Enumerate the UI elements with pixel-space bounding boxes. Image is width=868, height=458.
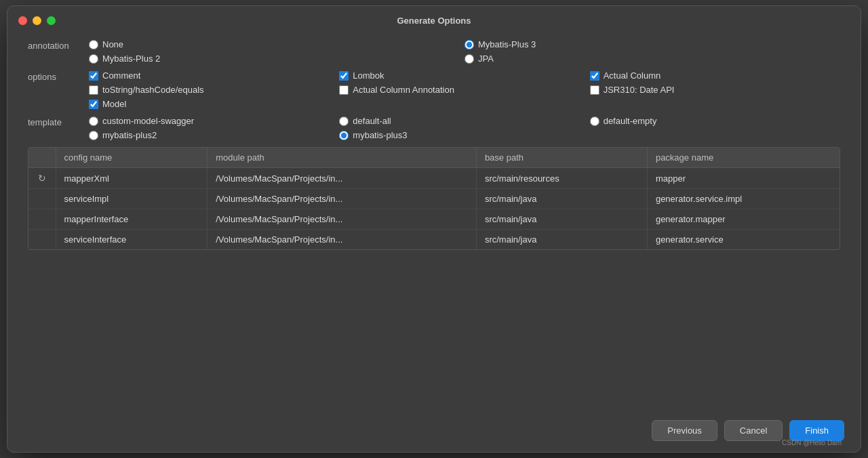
radio-mybatis-plus2-label: mybatis-plus2 bbox=[102, 130, 157, 140]
checkbox-actual-col-ann[interactable]: Actual Column Annotation bbox=[339, 85, 589, 95]
table-row: serviceImpl /Volumes/MacSpan/Projects/in… bbox=[28, 189, 840, 209]
row-module-path-3: /Volumes/MacSpan/Projects/in... bbox=[208, 230, 477, 250]
row-package-name-0: mapper bbox=[647, 168, 840, 189]
row-module-path-1: /Volumes/MacSpan/Projects/in... bbox=[208, 189, 477, 209]
template-row: template custom-model-swagger mybatis-pl… bbox=[28, 116, 840, 140]
annotation-label: annotation bbox=[28, 39, 89, 51]
dialog: Generate Options annotation None Mybatis… bbox=[7, 5, 861, 453]
radio-mybatis-plus-2[interactable]: Mybatis-Plus 2 bbox=[89, 54, 465, 64]
row-module-path-2: /Volumes/MacSpan/Projects/in... bbox=[208, 209, 477, 230]
template-options: custom-model-swagger mybatis-plus2 defau… bbox=[89, 116, 840, 140]
radio-default-empty-label: default-empty bbox=[604, 116, 657, 126]
checkbox-model-label: Model bbox=[102, 99, 126, 109]
radio-custom-model-swagger[interactable]: custom-model-swagger bbox=[89, 116, 339, 126]
radio-default-empty[interactable]: default-empty bbox=[590, 116, 840, 126]
checkbox-lombok-label: Actual Column bbox=[604, 70, 661, 81]
cancel-button[interactable]: Cancel bbox=[724, 420, 783, 441]
table-row: ↻ mapperXml /Volumes/MacSpan/Projects/in… bbox=[28, 168, 840, 189]
col-config-name: config name bbox=[56, 148, 208, 168]
checkbox-tostring[interactable]: Lombok bbox=[339, 70, 589, 81]
table-row: serviceInterface /Volumes/MacSpan/Projec… bbox=[28, 230, 840, 250]
checkbox-comment[interactable]: Comment bbox=[89, 70, 339, 81]
row-icon-0: ↻ bbox=[28, 168, 56, 189]
row-base-path-2: src/main/java bbox=[476, 209, 647, 230]
annotation-row: annotation None Mybatis-Plus 2 Mybat bbox=[28, 39, 840, 64]
col-icon bbox=[28, 148, 56, 168]
content-area: annotation None Mybatis-Plus 2 Mybat bbox=[7, 33, 861, 412]
checkbox-jsr310-label: JSR310: Date API bbox=[604, 85, 675, 95]
radio-mybatis-plus-3[interactable]: Mybatis-Plus 3 bbox=[465, 39, 840, 49]
row-base-path-0: src/main/resources bbox=[476, 168, 647, 189]
radio-mybatis-plus2[interactable]: mybatis-plus2 bbox=[89, 130, 339, 140]
previous-button[interactable]: Previous bbox=[652, 420, 717, 441]
options-checkboxes: Comment toString/hashCode/equals Model L… bbox=[89, 70, 840, 109]
row-base-path-1: src/main/java bbox=[476, 189, 647, 209]
row-icon-2 bbox=[28, 209, 56, 230]
row-config-name-3: serviceInterface bbox=[56, 230, 208, 250]
row-config-name-1: serviceImpl bbox=[56, 189, 208, 209]
title-bar: Generate Options bbox=[7, 6, 861, 33]
radio-none[interactable]: None bbox=[89, 39, 465, 49]
checkbox-actual-col[interactable]: toString/hashCode/equals bbox=[89, 85, 339, 95]
checkbox-jsr310[interactable]: JSR310: Date API bbox=[590, 85, 840, 95]
options-row: options Comment toString/hashCode/equals… bbox=[28, 70, 840, 109]
window-controls bbox=[18, 16, 56, 25]
radio-jpa-label: JPA bbox=[478, 54, 494, 64]
refresh-icon: ↻ bbox=[38, 173, 46, 184]
col-base-path: base path bbox=[476, 148, 647, 168]
credit-text: CSDN @Hello Dam bbox=[782, 439, 842, 446]
radio-default-all[interactable]: default-all bbox=[339, 116, 589, 126]
radio-custom-label: custom-model-swagger bbox=[102, 116, 194, 126]
radio-mybatis-plus3-label: mybatis-plus3 bbox=[353, 130, 407, 140]
row-icon-3 bbox=[28, 230, 56, 250]
row-base-path-3: src/main/java bbox=[476, 230, 647, 250]
annotation-options: None Mybatis-Plus 2 Mybatis-Plus 3 JPA bbox=[89, 39, 840, 64]
checkbox-actual-col-ann-label: Actual Column Annotation bbox=[353, 85, 454, 95]
minimize-button[interactable] bbox=[33, 16, 41, 25]
checkbox-actual-col-label: toString/hashCode/equals bbox=[102, 85, 204, 95]
table-row: mapperInterface /Volumes/MacSpan/Project… bbox=[28, 209, 840, 230]
close-button[interactable] bbox=[18, 16, 27, 25]
row-package-name-1: generator.service.impl bbox=[647, 189, 840, 209]
radio-mybatis-plus-2-label: Mybatis-Plus 2 bbox=[102, 54, 160, 64]
maximize-button[interactable] bbox=[47, 16, 56, 25]
row-config-name-0: mapperXml bbox=[56, 168, 208, 189]
footer: Previous Cancel Finish bbox=[7, 412, 861, 452]
col-package-name: package name bbox=[647, 148, 840, 168]
radio-mybatis-plus3[interactable]: mybatis-plus3 bbox=[339, 130, 589, 140]
row-icon-1 bbox=[28, 189, 56, 209]
radio-none-label: None bbox=[102, 39, 123, 49]
dialog-title: Generate Options bbox=[397, 16, 471, 26]
checkbox-model[interactable]: Model bbox=[89, 99, 339, 109]
radio-mybatis-plus-3-label: Mybatis-Plus 3 bbox=[478, 39, 536, 49]
radio-jpa[interactable]: JPA bbox=[465, 54, 840, 64]
row-package-name-3: generator.service bbox=[647, 230, 840, 250]
radio-default-all-label: default-all bbox=[353, 116, 391, 126]
row-config-name-2: mapperInterface bbox=[56, 209, 208, 230]
options-label: options bbox=[28, 70, 89, 82]
template-label: template bbox=[28, 116, 89, 127]
config-table: config name module path base path packag… bbox=[28, 147, 840, 250]
checkbox-comment-label: Comment bbox=[102, 70, 140, 81]
row-module-path-0: /Volumes/MacSpan/Projects/in... bbox=[208, 168, 477, 189]
col-module-path: module path bbox=[208, 148, 477, 168]
finish-button[interactable]: Finish bbox=[789, 420, 844, 441]
checkbox-tostring-label: Lombok bbox=[353, 70, 384, 81]
checkbox-lombok[interactable]: Actual Column bbox=[590, 70, 840, 81]
table-header-row: config name module path base path packag… bbox=[28, 148, 840, 168]
row-package-name-2: generator.mapper bbox=[647, 209, 840, 230]
